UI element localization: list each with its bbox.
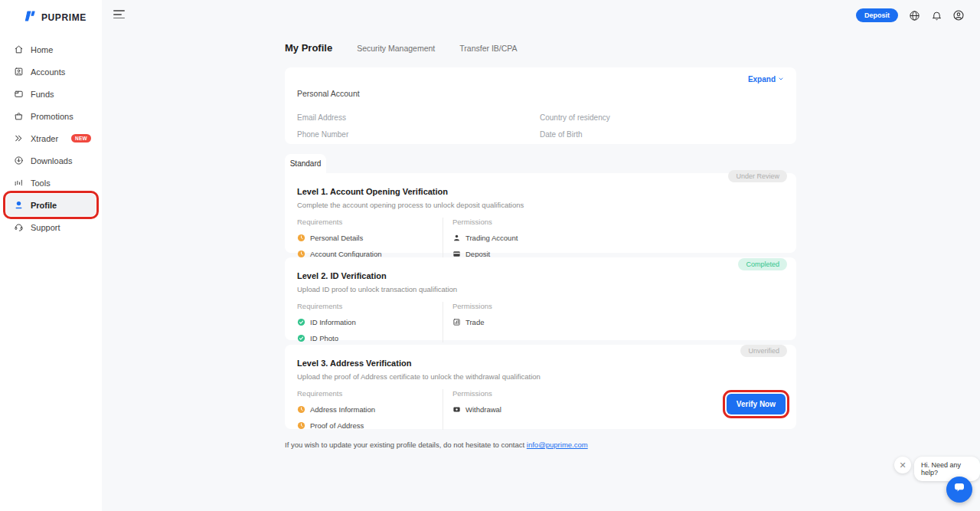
footer-text: If you wish to update your existing prof…: [285, 441, 524, 449]
level-1-card: Under Review Level 1. Account Opening Ve…: [285, 173, 796, 253]
brand-name: PUPRIME: [41, 12, 87, 23]
sidebar-item-label: Home: [31, 45, 53, 54]
permission-trade: Trade: [452, 318, 784, 326]
chevron-down-icon: [778, 75, 784, 84]
promotions-icon: [13, 111, 24, 122]
status-badge: Under Review: [728, 170, 787, 182]
clock-icon: [297, 405, 305, 414]
personal-fields: Email Address Country of residency Phone…: [297, 109, 784, 142]
brand-logo[interactable]: PUPRIME: [0, 0, 102, 26]
globe-icon[interactable]: [908, 9, 920, 21]
requirements-label: Requirements: [297, 389, 443, 398]
requirements-column: Requirements Personal Details Account Co…: [297, 218, 443, 258]
personal-account-card: Expand Personal Account Email Address Co…: [285, 67, 796, 144]
check-icon: [297, 318, 305, 326]
sidebar-item-downloads[interactable]: Downloads: [6, 149, 96, 172]
requirements-column: Requirements Address Information Proof o…: [297, 389, 443, 430]
expand-label: Expand: [748, 75, 776, 84]
requirement-id-information: ID Information: [297, 318, 443, 326]
field-email-address: Email Address: [297, 113, 540, 122]
sidebar-item-support[interactable]: Support: [6, 216, 96, 238]
level-1-description: Complete the account opening process to …: [297, 201, 784, 209]
chat-launcher-button[interactable]: [946, 477, 972, 503]
requirement-address-information: Address Information: [297, 405, 443, 414]
funds-icon: [13, 89, 24, 100]
requirement-id-photo: ID Photo: [297, 334, 443, 342]
requirement-label: ID Information: [310, 318, 356, 326]
requirement-label: Proof of Address: [310, 421, 364, 430]
tab-security-management[interactable]: Security Management: [357, 44, 435, 53]
level-3-card: Unverified Level 3. Address Verification…: [285, 345, 796, 429]
footer-note: If you wish to update your existing prof…: [285, 441, 588, 449]
topbar-actions: Deposit: [856, 8, 965, 22]
tab-transfer-ib-cpa[interactable]: Transfer IB/CPA: [459, 44, 517, 53]
expand-button[interactable]: Expand: [748, 75, 784, 84]
requirement-label: Address Information: [310, 405, 375, 414]
bell-icon[interactable]: [930, 9, 942, 21]
account-icon[interactable]: [952, 9, 965, 21]
permissions-column: Permissions Trade: [443, 302, 784, 342]
puprime-logo-icon: [23, 9, 37, 26]
xtrader-icon: [13, 133, 24, 144]
trading-account-icon: [452, 234, 461, 242]
sidebar-item-funds[interactable]: Funds: [6, 83, 96, 105]
accounts-icon: [13, 67, 24, 77]
sidebar-item-label: Accounts: [31, 67, 65, 77]
chat-greeting[interactable]: Hi. Need any help?: [914, 457, 980, 481]
sidebar-item-label: Xtrader: [31, 134, 58, 143]
requirement-label: Personal Details: [310, 234, 363, 242]
chat-bubble-icon: [952, 481, 966, 498]
permissions-column: Permissions Trading Account Deposit: [443, 218, 784, 258]
sidebar-item-label: Profile: [31, 201, 57, 210]
clock-icon: [297, 234, 305, 242]
permissions-label: Permissions: [452, 218, 784, 226]
permission-label: Trade: [466, 318, 484, 326]
sidebar-item-home[interactable]: Home: [6, 38, 96, 61]
verify-now-button[interactable]: Verify Now: [727, 394, 786, 414]
sidebar-item-label: Support: [31, 223, 60, 232]
requirement-personal-details: Personal Details: [297, 234, 443, 242]
sidebar-item-accounts[interactable]: Accounts: [6, 61, 96, 83]
tab-standard[interactable]: Standard: [285, 154, 326, 173]
level-2-description: Upload ID proof to unlock transaction qu…: [297, 285, 784, 293]
permission-label: Trading Account: [466, 234, 518, 242]
trade-icon: [452, 318, 461, 326]
permissions-label: Permissions: [452, 302, 784, 310]
contact-email-link[interactable]: info@puprime.com: [527, 441, 588, 449]
level-3-description: Upload the proof of Address certificate …: [297, 372, 784, 381]
collapse-sidebar-icon[interactable]: [113, 10, 125, 21]
permission-trading-account: Trading Account: [452, 234, 784, 242]
level-2-title: Level 2. ID Verification: [297, 271, 784, 280]
field-phone-number: Phone Number: [297, 130, 540, 139]
sidebar-item-profile[interactable]: Profile: [6, 194, 96, 216]
clock-icon: [297, 421, 305, 430]
deposit-button[interactable]: Deposit: [856, 8, 898, 22]
requirement-label: ID Photo: [310, 334, 338, 342]
requirements-label: Requirements: [297, 302, 443, 310]
field-country-of-residency: Country of residency: [540, 113, 784, 122]
profile-icon: [13, 200, 24, 211]
personal-account-title: Personal Account: [297, 89, 784, 98]
new-badge: NEW: [71, 134, 91, 142]
sidebar-item-label: Tools: [31, 179, 51, 188]
sidebar-item-label: Promotions: [31, 112, 74, 121]
sidebar: PUPRIME Home Accounts Funds Promotions: [0, 0, 102, 511]
profile-tabs: My Profile Security Management Transfer …: [285, 42, 518, 54]
permission-label: Withdrawal: [466, 405, 501, 414]
sidebar-item-promotions[interactable]: Promotions: [6, 105, 96, 127]
sidebar-item-label: Downloads: [31, 156, 72, 165]
status-badge: Unverified: [740, 345, 787, 357]
status-badge: Completed: [738, 258, 787, 270]
close-icon: ✕: [899, 460, 906, 470]
tab-my-profile[interactable]: My Profile: [285, 42, 332, 54]
level-2-card: Completed Level 2. ID Verification Uploa…: [285, 257, 796, 340]
sidebar-item-tools[interactable]: Tools: [6, 172, 96, 194]
requirement-proof-of-address: Proof of Address: [297, 421, 443, 430]
tools-icon: [13, 178, 24, 188]
sidebar-nav: Home Accounts Funds Promotions Xtrader: [0, 38, 102, 238]
requirements-column: Requirements ID Information ID Photo: [297, 302, 443, 342]
sidebar-item-label: Funds: [31, 90, 54, 99]
sidebar-item-xtrader[interactable]: Xtrader NEW: [6, 127, 96, 149]
chat-close-button[interactable]: ✕: [894, 457, 911, 473]
home-icon: [13, 44, 24, 55]
